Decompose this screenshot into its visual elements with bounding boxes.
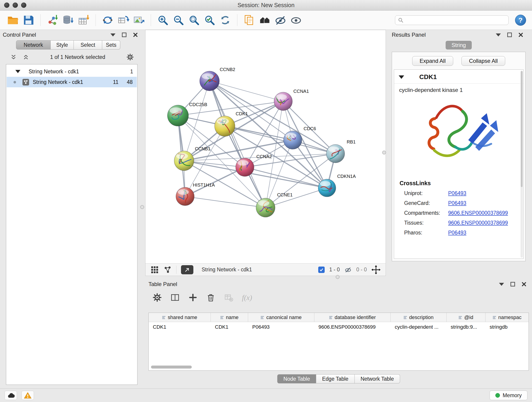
grid-view-button[interactable] [151, 266, 159, 274]
delete-column-button[interactable] [206, 293, 215, 302]
pan-mode-button[interactable] [371, 265, 380, 274]
node-label-CCNA1: CCNA1 [293, 89, 309, 94]
control-panel-tabs: Network Style Select Sets [16, 40, 130, 50]
plus-icon [188, 293, 197, 302]
memory-button[interactable]: Memory [490, 390, 527, 400]
tab-network[interactable]: Network [16, 40, 51, 50]
table-toolbar: f(x) [148, 289, 529, 306]
column-type-icon [220, 316, 224, 319]
node-table: shared name name canonical name database… [148, 313, 529, 370]
crosslink-pharos-link[interactable]: P06493 [448, 230, 466, 236]
save-session-button[interactable] [22, 13, 35, 27]
selected-node-edge-counts: 1 - 0 [329, 267, 340, 273]
open-in-window-button[interactable] [181, 265, 193, 274]
apply-layout-button[interactable] [218, 13, 232, 27]
panel-float-icon[interactable] [507, 32, 512, 37]
warnings-button[interactable] [22, 391, 34, 400]
import-table-button[interactable] [77, 13, 90, 27]
open-session-button[interactable] [6, 13, 20, 27]
panel-menu-icon[interactable] [110, 33, 115, 36]
crosslink-genecard-link[interactable]: P06493 [448, 200, 466, 206]
entry-collapse-icon[interactable] [399, 75, 404, 79]
panel-menu-icon[interactable] [499, 283, 504, 286]
show-all-button[interactable] [289, 13, 303, 27]
search-box[interactable] [395, 15, 509, 25]
splitter-handle[interactable] [336, 275, 340, 279]
splitter-handle[interactable] [382, 151, 386, 154]
tab-edge-table[interactable]: Edge Table [316, 374, 355, 383]
tab-style[interactable]: Style [51, 40, 74, 50]
network-graph-canvas[interactable]: CCNB2CCNA1CDC25BCDK1CDC6RB1CCNB1CCNA2CDK… [146, 30, 386, 263]
results-panel-title: Results Panel [392, 32, 426, 38]
search-input[interactable] [406, 17, 506, 23]
import-network-file-button[interactable] [46, 13, 59, 27]
tab-string[interactable]: String [446, 41, 472, 50]
column-header[interactable]: description [391, 313, 447, 322]
export-image-button[interactable] [132, 13, 146, 27]
crosslink-tissues-link[interactable]: 9606.ENSP00000378699 [448, 220, 508, 226]
panel-menu-icon[interactable] [496, 33, 501, 36]
birdseye-view-button[interactable] [258, 13, 272, 27]
zoom-out-button[interactable] [172, 13, 185, 27]
tab-sets[interactable]: Sets [102, 40, 120, 50]
selected-checkbox-icon[interactable] [318, 267, 325, 273]
splitter-handle[interactable] [140, 205, 144, 209]
crosslink-uniprot-link[interactable]: P06493 [448, 190, 466, 196]
zoom-fit-button[interactable] [187, 13, 201, 27]
gene-entry-card: CDK1 cyclin-dependent kinase 1 [394, 70, 524, 259]
panel-float-icon[interactable] [122, 32, 127, 37]
network-row-selected[interactable]: String Network - cdk1 11 48 [7, 77, 137, 87]
tab-select[interactable]: Select [74, 40, 102, 50]
cloud-status-button[interactable] [5, 391, 17, 400]
panel-close-icon[interactable] [133, 32, 138, 37]
show-columns-button[interactable] [171, 293, 180, 302]
cell-canonical-name: P06493 [248, 324, 314, 330]
table-options-button[interactable] [152, 293, 162, 302]
crosslink-label: Tissues: [404, 220, 448, 226]
network-edge-count: 48 [122, 79, 133, 85]
tree-expanded-icon[interactable] [15, 70, 20, 73]
collapse-all-button[interactable]: Collapse All [462, 56, 505, 66]
column-header[interactable]: namespac [486, 313, 529, 322]
network-overview-button[interactable] [163, 266, 172, 274]
panel-float-icon[interactable] [510, 282, 515, 287]
window-minimize-button[interactable] [13, 2, 18, 8]
control-panel-header: Control Panel [3, 30, 140, 40]
window-close-button[interactable] [4, 2, 9, 8]
node-label-RB1: RB1 [347, 139, 355, 144]
column-header[interactable]: shared name [149, 313, 211, 322]
expand-all-networks-button[interactable] [23, 54, 29, 60]
help-button[interactable]: ? [515, 15, 526, 26]
hidden-items-button[interactable] [344, 266, 352, 274]
window-zoom-button[interactable] [21, 2, 26, 8]
expand-all-button[interactable]: Expand All [412, 56, 453, 66]
gene-name: CDK1 [419, 73, 437, 81]
zoom-selected-button[interactable] [203, 13, 216, 27]
collapse-all-networks-button[interactable] [11, 54, 17, 60]
export-table-button[interactable] [116, 13, 130, 27]
node-label-CCNB2: CCNB2 [220, 67, 235, 72]
eye-icon [290, 14, 302, 26]
table-row[interactable]: CDK1 CDK1 P06493 9606.ENSP00000378699 cy… [149, 322, 529, 332]
tab-network-table[interactable]: Network Table [355, 374, 400, 383]
column-header[interactable]: canonical name [248, 313, 314, 322]
column-header[interactable]: @id [447, 313, 486, 322]
network-options-button[interactable] [127, 53, 134, 61]
results-scrollbar[interactable] [520, 70, 523, 258]
toolbar-separator [40, 14, 41, 26]
add-column-button[interactable] [188, 293, 197, 302]
column-header[interactable]: database identifier [314, 313, 391, 322]
zoom-in-button[interactable] [156, 13, 170, 27]
crosslink-compartments-link[interactable]: 9606.ENSP00000378699 [448, 210, 508, 216]
hide-selected-button[interactable] [273, 13, 287, 27]
merge-networks-button[interactable] [101, 13, 114, 27]
cloud-icon [7, 392, 15, 399]
network-collection-row[interactable]: String Network - cdk1 1 [6, 66, 137, 77]
column-header[interactable]: name [211, 313, 248, 322]
import-network-database-button[interactable] [61, 13, 75, 27]
panel-close-icon[interactable] [521, 282, 526, 287]
copy-view-button[interactable] [242, 13, 256, 27]
horizontal-scrollbar[interactable] [151, 366, 192, 369]
tab-node-table[interactable]: Node Table [277, 374, 316, 383]
panel-close-icon[interactable] [518, 32, 523, 37]
